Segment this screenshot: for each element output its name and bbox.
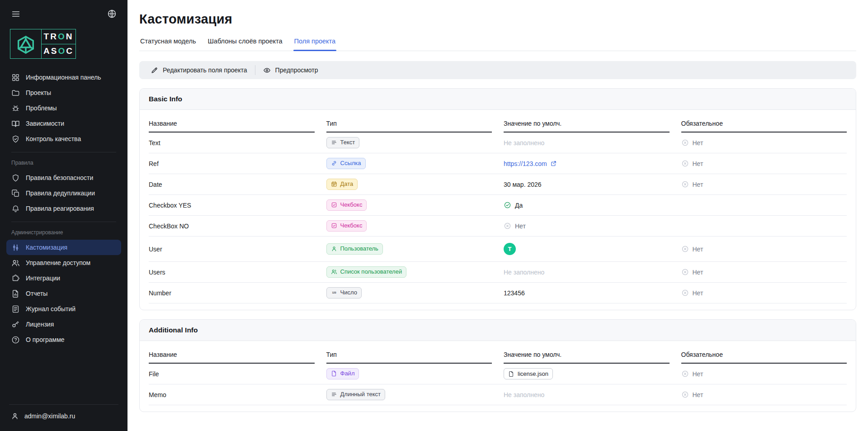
checkbox-icon <box>331 202 337 208</box>
tab-project-layer-templates[interactable]: Шаблоны слоёв проекта <box>207 38 283 51</box>
sidebar-section-label: Администрирование <box>11 229 116 236</box>
hexagon-logo-icon <box>10 29 42 58</box>
required-label: Нет <box>693 246 703 253</box>
type-badge-label: Длинный текст <box>340 391 381 398</box>
field-default-cell: Не заполнено <box>504 269 670 276</box>
card-title: Additional Info <box>140 320 856 341</box>
sidebar-item-dependencies[interactable]: Зависимости <box>6 116 121 131</box>
required-label: Нет <box>693 269 703 276</box>
sidebar-item-access-management[interactable]: Управление доступом <box>6 255 121 270</box>
shield-check-icon <box>11 135 20 143</box>
eye-icon <box>263 66 271 74</box>
sidebar-item-reaction-rules[interactable]: Правила реагирования <box>6 201 121 216</box>
field-type-cell: Ссылка <box>326 158 492 169</box>
sidebar-item-event-log[interactable]: Журнал событий <box>6 301 121 317</box>
required-value: Нет <box>681 180 703 188</box>
x-circle-icon <box>681 139 689 147</box>
required-value: Нет <box>681 139 703 147</box>
sidebar-item-projects[interactable]: Проекты <box>6 85 121 100</box>
check-circle-icon <box>504 201 511 209</box>
required-value: Нет <box>681 289 703 297</box>
default-value-link[interactable]: https://123.com <box>504 160 557 167</box>
key-icon <box>11 320 20 329</box>
globe-icon[interactable] <box>107 9 117 19</box>
field-default-cell: Не заполнено <box>504 391 670 398</box>
sidebar-item-label: Информационная панель <box>26 74 101 81</box>
user-account-icon <box>11 412 19 420</box>
edit-project-fields-button[interactable]: Редактировать поля проекта <box>143 61 255 79</box>
x-circle-icon <box>681 180 689 188</box>
checkbox-icon <box>331 223 337 229</box>
sidebar-top <box>0 0 127 19</box>
field-default-cell: T <box>504 243 670 255</box>
required-value: Нет <box>681 370 703 378</box>
sidebar-item-quality-control[interactable]: Контроль качества <box>6 131 121 147</box>
tab-project-fields[interactable]: Поля проекта <box>293 38 337 51</box>
type-badge-label: Дата <box>340 181 354 187</box>
sidebar-nav: Информационная панельПроектыПроблемыЗави… <box>0 70 127 404</box>
field-name: Ref <box>149 160 315 167</box>
link-text: https://123.com <box>504 160 547 167</box>
sidebar-item-label: Зависимости <box>26 120 64 127</box>
type-badge-label: Пользователь <box>340 246 378 252</box>
sidebar-item-reports[interactable]: Отчеты <box>6 286 121 301</box>
x-circle-icon <box>681 289 689 297</box>
sidebar-item-customization[interactable]: Кастомизация <box>6 240 121 255</box>
pencil-icon <box>151 66 158 74</box>
field-row: FileФайлlicense.jsonНет <box>149 364 847 384</box>
menu-icon[interactable] <box>11 9 21 19</box>
cards-container: Basic InfoНазваниеТипЗначение по умолч.О… <box>139 88 856 412</box>
button-label: Предпросмотр <box>275 66 318 74</box>
sidebar-item-issues[interactable]: Проблемы <box>6 100 121 116</box>
bug-icon <box>11 104 20 113</box>
account-email: admin@ximilab.ru <box>24 412 75 420</box>
required-label: Нет <box>693 370 703 378</box>
folder-icon <box>11 89 20 97</box>
field-required-cell: Нет <box>681 245 847 253</box>
field-required-cell: Нет <box>681 391 847 398</box>
default-value-empty: Не заполнено <box>504 391 544 398</box>
page-title: Кастомизация <box>139 12 856 27</box>
sidebar-item-security-rules[interactable]: Правила безопасности <box>6 170 121 185</box>
tab-status-model[interactable]: Статусная модель <box>139 38 197 51</box>
text-lines-icon <box>331 391 337 398</box>
field-default-cell: license.json <box>504 368 670 379</box>
field-name: File <box>149 370 315 378</box>
sidebar-item-label: Проблемы <box>26 104 57 112</box>
default-value: 30 мар. 2026 <box>504 181 542 188</box>
type-badge: Длинный текст <box>326 389 386 400</box>
sidebar-item-label: Отчеты <box>26 290 47 297</box>
preview-button[interactable]: Предпросмотр <box>255 61 326 79</box>
card-basic-info: Basic InfoНазваниеТипЗначение по умолч.О… <box>139 88 856 310</box>
type-badge: Дата <box>326 179 358 189</box>
required-label: Нет <box>693 160 703 167</box>
field-type-cell: Дата <box>326 179 492 189</box>
type-badge-label: Текст <box>340 139 355 146</box>
field-type-cell: Чекбокс <box>326 199 492 210</box>
type-badge: Файл <box>326 368 359 379</box>
field-row: CheckBox NOЧекбоксНет <box>149 216 847 237</box>
field-name: CheckBox NO <box>149 223 315 230</box>
file-chip[interactable]: license.json <box>504 368 553 379</box>
field-name: Number <box>149 289 315 297</box>
app-root: TRON ASOC Информационная панельПроектыПр… <box>0 0 868 431</box>
copy-icon <box>11 189 20 198</box>
sidebar-item-integrations[interactable]: Интеграции <box>6 270 121 286</box>
field-row: UserПользовательTНет <box>149 237 847 262</box>
sidebar-item-license[interactable]: Лицензия <box>6 317 121 332</box>
field-required-cell: Нет <box>681 289 847 297</box>
sidebar-item-dedup-rules[interactable]: Правила дедупликации <box>6 185 121 201</box>
sidebar-item-dashboard[interactable]: Информационная панель <box>6 70 121 85</box>
user-icon <box>331 246 337 252</box>
x-circle-icon <box>681 370 689 378</box>
field-default-cell: 30 мар. 2026 <box>504 181 670 188</box>
sidebar-section-label: Правила <box>11 160 116 166</box>
sidebar-item-label: О программе <box>26 336 65 343</box>
type-badge-label: Файл <box>340 370 355 377</box>
sidebar-item-about[interactable]: О программе <box>6 332 121 347</box>
field-type-cell: 123Число <box>326 287 492 298</box>
field-name: User <box>149 246 315 253</box>
column-header: Название <box>149 120 315 133</box>
fields-table: НазваниеТипЗначение по умолч.Обязательно… <box>140 110 856 310</box>
type-badge-label: Число <box>340 289 357 296</box>
